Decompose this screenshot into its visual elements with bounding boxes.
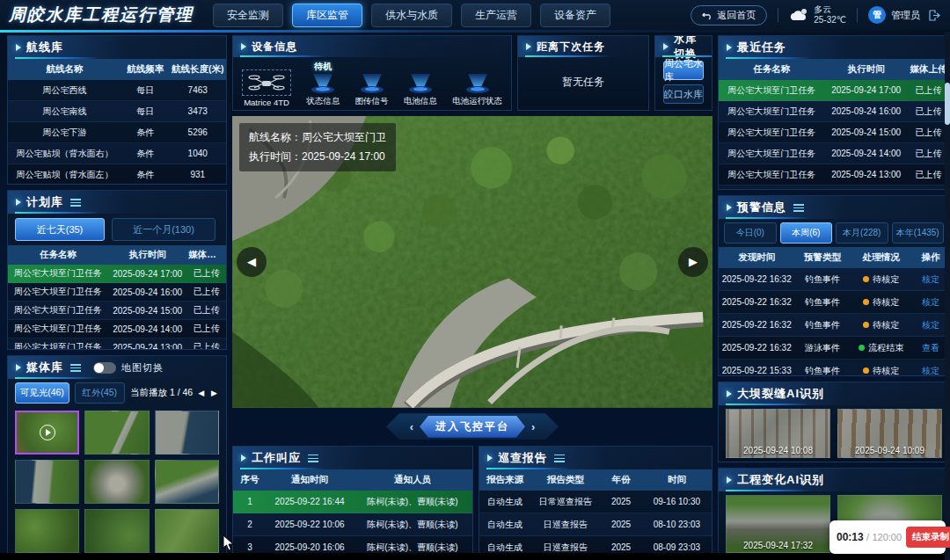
scrollbar-thumb[interactable] bbox=[945, 83, 950, 125]
enter-flight-control-button[interactable]: ‹ 进入飞控平台 › bbox=[386, 413, 559, 440]
alert-action-link[interactable]: 核定 bbox=[912, 273, 949, 286]
media-prev-icon[interactable]: ◀ bbox=[198, 389, 206, 397]
work-call-row[interactable]: 2 2025-09-22 10:06 陈柯(未读)、曹顺(未读) bbox=[233, 513, 472, 536]
list-icon bbox=[70, 364, 81, 372]
media-thumbnail[interactable] bbox=[155, 509, 219, 553]
panel-media-library: 媒体库 地图切换 可见光(46) 红外(45) 当前播放 1 / 46 ◀ bbox=[7, 355, 227, 560]
logout-icon[interactable] bbox=[929, 10, 941, 21]
device-signal[interactable]: 图传信号 bbox=[355, 61, 389, 107]
status-dot bbox=[863, 367, 869, 374]
image-timestamp: 2025-09-24 17:32 bbox=[727, 541, 829, 550]
video-next-button[interactable]: ▶ bbox=[678, 247, 708, 277]
panel-route-library: 航线库 航线名称 航线频率 航线长度(米) 周公宅西线 每日 7463 周公宅南… bbox=[7, 35, 227, 185]
alert-row: 2025-09-22 16:32 钓鱼事件 待核定 核定 bbox=[719, 291, 949, 314]
map-switch-label: 地图切换 bbox=[121, 361, 164, 375]
device-battery-status[interactable]: 电池运行状态 bbox=[452, 61, 502, 107]
video-exec-time: 执行时间：2025-09-24 17:00 bbox=[249, 148, 386, 167]
nav-tab-water-supply[interactable]: 供水与水质 bbox=[371, 4, 452, 27]
plan-row[interactable]: 周公宅大坝至门卫任务 2025-09-24 13:00 已上传 bbox=[8, 338, 226, 350]
panel-title: 工程变化AI识别 bbox=[737, 472, 824, 488]
project-change-image[interactable]: 2025-09-24 17:32 bbox=[726, 495, 830, 553]
report-row[interactable]: 自动生成 日巡查报告 2025 08-10 23:03 bbox=[479, 513, 712, 536]
main-nav: 安全监测 库区监管 供水与水质 生产运营 设备资产 bbox=[213, 4, 610, 27]
plan-tabs: 近七天(35) 近一个月(130) bbox=[8, 214, 226, 245]
media-thumbnail[interactable] bbox=[155, 411, 219, 455]
tab-visible-light[interactable]: 可见光(46) bbox=[15, 382, 69, 404]
panel-title: 计划库 bbox=[26, 194, 63, 210]
panel-arrow-icon bbox=[526, 43, 531, 50]
tab-infrared[interactable]: 红外(45) bbox=[75, 382, 125, 404]
route-row[interactable]: 周公宅贴坝（背水面左） 条件 931 bbox=[8, 164, 226, 185]
tab-this-year[interactable]: 本年(1435) bbox=[892, 222, 945, 244]
tab-last-7-days[interactable]: 近七天(35) bbox=[15, 218, 105, 241]
alert-action-link[interactable]: 核定 bbox=[912, 296, 949, 309]
panel-arrow-icon bbox=[663, 43, 669, 50]
recent-task-row[interactable]: 周公宅大坝至门卫任务 2025-09-24 15:00 已上传 bbox=[719, 122, 949, 143]
nav-tab-assets[interactable]: 设备资产 bbox=[540, 4, 610, 27]
dam-crack-image[interactable]: 2025-09-24 10:09 bbox=[837, 409, 942, 458]
plan-row[interactable]: 周公宅大坝至门卫任务 2025-09-24 16:00 已上传 bbox=[8, 283, 226, 302]
tab-today[interactable]: 今日(0) bbox=[724, 222, 777, 244]
work-call-row[interactable]: 1 2025-09-22 16:44 陈柯(未读)、曹顺(未读) bbox=[233, 491, 472, 513]
chevron-left-icon: ‹ bbox=[410, 420, 413, 433]
tab-this-month[interactable]: 本月(228) bbox=[836, 222, 888, 244]
device-drone[interactable]: Matrice 4TD bbox=[242, 69, 291, 107]
plan-row[interactable]: 周公宅大坝至门卫任务 2025-09-24 14:00 已上传 bbox=[8, 320, 226, 338]
device-status[interactable]: 待机 状态信息 bbox=[306, 61, 340, 107]
back-home-button[interactable]: 返回首页 bbox=[691, 5, 767, 25]
media-thumbnail[interactable] bbox=[84, 411, 149, 455]
alert-action-link[interactable]: 核定 bbox=[912, 365, 949, 377]
route-row[interactable]: 周公宅贴坝（背水面右） 条件 1040 bbox=[8, 143, 226, 164]
route-row[interactable]: 周公宅下游 条件 5296 bbox=[8, 122, 226, 143]
panel-title: 预警信息 bbox=[737, 200, 786, 215]
recording-separator: / bbox=[866, 532, 869, 542]
reservoir-option-zhougongzhai[interactable]: 周公宅水库 bbox=[663, 61, 704, 80]
standby-badge: 待机 bbox=[314, 61, 332, 71]
media-thumbnail[interactable] bbox=[84, 509, 149, 553]
report-table-header: 报告来源 报告类型 年份 时间 bbox=[479, 469, 712, 491]
nav-tab-safety[interactable]: 安全监测 bbox=[213, 4, 283, 27]
stop-recording-button[interactable]: 结束录制 bbox=[906, 527, 950, 548]
avatar: 管 bbox=[868, 6, 886, 24]
user-menu[interactable]: 管 管理员 bbox=[868, 6, 920, 24]
panel-dam-crack-ai: 大坝裂缝AI识别 2025-09-24 10:08 2025-09-24 10:… bbox=[718, 382, 950, 462]
plan-row[interactable]: 周公宅大坝至门卫任务 2025-09-24 17:00 已上传 bbox=[8, 265, 226, 283]
tab-this-week[interactable]: 本周(6) bbox=[780, 222, 833, 244]
app-title: 周皎水库工程运行管理 bbox=[9, 4, 194, 26]
reservoir-option-jiaokou[interactable]: 皎口水库 bbox=[663, 84, 704, 104]
image-timestamp: 2025-09-24 10:09 bbox=[838, 446, 941, 455]
panel-arrow-icon bbox=[727, 204, 732, 211]
route-row[interactable]: 周公宅南线 每日 3473 bbox=[8, 101, 226, 122]
media-next-icon[interactable]: ▶ bbox=[211, 389, 219, 397]
report-row[interactable]: 自动生成 日常巡查报告 2025 09-16 10:30 bbox=[479, 491, 712, 513]
alert-action-link[interactable]: 核定 bbox=[912, 319, 949, 331]
recent-table-header: 任务名称 执行时间 媒体上传 bbox=[719, 59, 949, 80]
recent-task-row[interactable]: 周公宅大坝至门卫任务 2025-09-24 16:00 已上传 bbox=[719, 101, 949, 122]
video-route-name: 航线名称：周公宅大坝至门卫 bbox=[249, 128, 386, 148]
playing-page: 1 / 46 bbox=[170, 387, 193, 397]
recent-task-row[interactable]: 周公宅大坝至门卫任务 2025-09-24 14:00 已上传 bbox=[719, 143, 949, 164]
panel-arrow-icon bbox=[16, 364, 21, 371]
dam-crack-image[interactable]: 2025-09-24 10:08 bbox=[726, 409, 830, 458]
hologram-beam-icon bbox=[359, 73, 385, 94]
alert-action-link[interactable]: 查看 bbox=[912, 342, 949, 354]
recent-task-row[interactable]: 周公宅大坝至门卫任务 2025-09-24 13:00 已上传 bbox=[719, 164, 949, 185]
media-thumbnail[interactable] bbox=[155, 460, 219, 504]
recent-task-row[interactable]: 周公宅大坝至门卫任务 2025-09-24 17:00 已上传 bbox=[719, 80, 949, 101]
nav-tab-reservoir-area[interactable]: 库区监管 bbox=[292, 4, 362, 27]
panel-plan-library: 计划库 近七天(35) 近一个月(130) 任务名称 执行时间 媒体上传 周公宅… bbox=[7, 190, 227, 350]
tab-last-month[interactable]: 近一个月(130) bbox=[112, 218, 216, 241]
device-battery[interactable]: 电池信息 bbox=[404, 61, 437, 107]
panel-title: 巡查报告 bbox=[498, 450, 547, 466]
video-prev-button[interactable]: ◀ bbox=[237, 247, 267, 277]
recent-task-row[interactable]: 周公宅大坝裂缝任务 2025-09-24 10:00 已上传 bbox=[719, 185, 949, 190]
media-thumbnail[interactable] bbox=[84, 460, 149, 504]
nav-tab-operations[interactable]: 生产运营 bbox=[461, 4, 531, 27]
device-name: Matrice 4TD bbox=[244, 98, 289, 107]
media-thumbnail[interactable] bbox=[15, 460, 79, 504]
media-thumbnail[interactable] bbox=[15, 411, 79, 455]
map-switch-toggle[interactable] bbox=[93, 362, 116, 374]
route-row[interactable]: 周公宅西线 每日 7463 bbox=[8, 80, 226, 101]
media-thumbnail[interactable] bbox=[15, 509, 79, 553]
plan-row[interactable]: 周公宅大坝至门卫任务 2025-09-24 15:00 已上传 bbox=[8, 302, 226, 320]
